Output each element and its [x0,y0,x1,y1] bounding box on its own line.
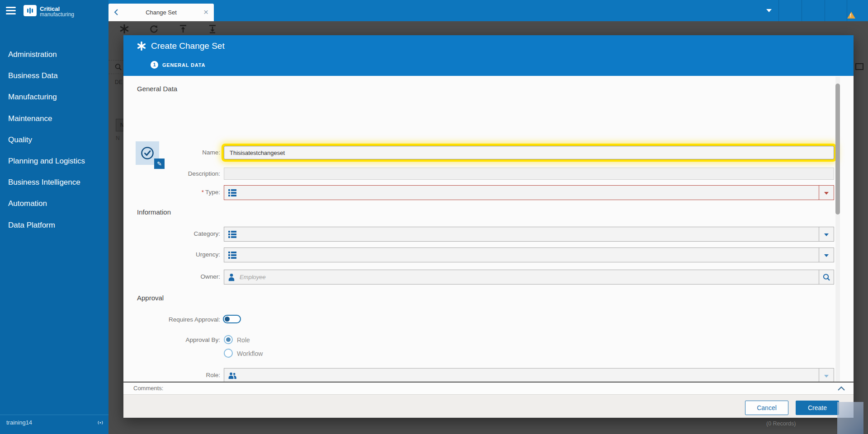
upload-icon [179,24,188,33]
dialog-header: Create Change Set 1 GENERAL DATA [123,35,854,76]
sidebar-item-business-data[interactable]: Business Data [8,70,58,82]
top-bar [108,0,868,21]
approval-by-role-option[interactable]: Role [237,336,250,344]
environment-statusbar: training14 [0,415,108,434]
brand-header: Critical manufacturing [0,0,108,21]
list-icon [228,189,236,196]
name-label: Name: [123,149,220,156]
sidebar: Administration Business Data Manufacturi… [0,21,108,434]
approval-by-role-radio[interactable] [224,335,233,344]
tab-close-icon[interactable]: × [203,7,208,17]
background-text-fragment: DE [115,79,123,85]
section-approval: Approval [137,294,164,302]
role-label: Role: [123,372,220,378]
description-label: Description: [123,170,220,177]
dialog-body: General Data ✎ Name: Thisisatestchangese… [123,76,854,382]
section-general-data: General Data [137,85,177,93]
edit-image-icon[interactable]: ✎ [154,159,165,169]
urgency-label: Urgency: [123,251,220,258]
urgency-dropdown-button[interactable] [819,248,834,262]
cancel-button[interactable]: Cancel [745,401,788,415]
role-combobox[interactable] [224,368,834,383]
type-combobox[interactable] [224,185,834,200]
create-button[interactable]: Create [796,401,839,415]
brand-name-bottom: manufacturing [40,11,74,18]
type-dropdown-button[interactable] [819,186,834,200]
search-icon [822,273,831,282]
chevron-up-icon[interactable] [837,385,846,392]
refresh-icon [149,24,158,33]
owner-label: Owner: [123,273,220,280]
create-change-set-dialog: Create Change Set 1 GENERAL DATA General… [123,35,854,418]
urgency-combobox[interactable] [224,247,834,262]
approval-by-workflow-option[interactable]: Workflow [237,350,263,357]
list-icon [228,231,236,238]
connection-icon [97,420,104,426]
dialog-footer: Cancel Create [123,394,854,418]
section-information: Information [137,208,171,216]
drag-ghost-artifact [837,402,863,434]
step-label: GENERAL DATA [162,62,205,68]
hamburger-menu-icon[interactable] [6,7,16,14]
requires-approval-label: Requires Approval: [123,316,220,323]
sidebar-item-business-intelligence[interactable]: Business Intelligence [8,177,80,188]
new-asterisk-icon [120,24,129,33]
sidebar-item-quality[interactable]: Quality [8,134,32,146]
person-icon [228,273,235,281]
dialog-title: Create Change Set [151,41,225,51]
comments-label: Comments: [133,383,163,394]
modal-scrollbar-thumb[interactable] [835,84,840,215]
sidebar-item-maintenance[interactable]: Maintenance [8,113,52,125]
role-dropdown-button[interactable] [819,369,834,383]
category-dropdown-button[interactable] [819,227,834,241]
background-column-fragment: N [116,135,120,141]
category-combobox[interactable] [224,227,834,242]
download-icon [208,24,217,33]
sidebar-item-manufacturing[interactable]: Manufacturing [8,91,57,103]
owner-placeholder: Employee [240,270,266,284]
chevron-down-icon[interactable] [766,9,772,12]
owner-search-button[interactable] [819,270,834,284]
sidebar-item-planning-logistics[interactable]: Planning and Logistics [8,155,85,167]
sidebar-item-administration[interactable]: Administration [8,49,57,61]
name-value: Thisisatestchangeset [230,146,285,159]
sidebar-item-data-platform[interactable]: Data Platform [8,219,55,231]
filter-search-icon [114,63,123,71]
environment-name: training14 [6,419,32,426]
category-label: Category: [123,230,220,237]
sidebar-item-automation[interactable]: Automation [8,198,47,210]
approval-by-label: Approval By: [123,336,220,343]
description-input[interactable] [224,168,834,180]
owner-picker-input[interactable]: Employee [224,270,834,285]
people-icon [228,372,236,379]
critical-manufacturing-logo-icon [24,5,37,16]
background-record-count: (0 Records) [766,420,796,427]
tab-change-set[interactable]: Change Set × [108,4,214,21]
approval-by-workflow-radio[interactable] [224,349,233,358]
list-icon [228,252,236,259]
application-window: Administration Business Data Manufacturi… [0,0,868,434]
requires-approval-toggle[interactable] [223,315,241,323]
tab-title: Change Set [108,9,214,16]
change-set-asterisk-icon [137,42,146,51]
wizard-step-general-data[interactable]: 1 GENERAL DATA [151,61,205,69]
background-panel-icon [855,63,863,70]
required-asterisk: * [202,189,204,196]
step-number: 1 [151,61,158,69]
comments-section: Comments: [123,382,854,394]
type-label: *Type: [123,189,220,196]
name-input[interactable]: Thisisatestchangeset [224,146,834,159]
warning-badge-icon: ! [847,12,855,19]
